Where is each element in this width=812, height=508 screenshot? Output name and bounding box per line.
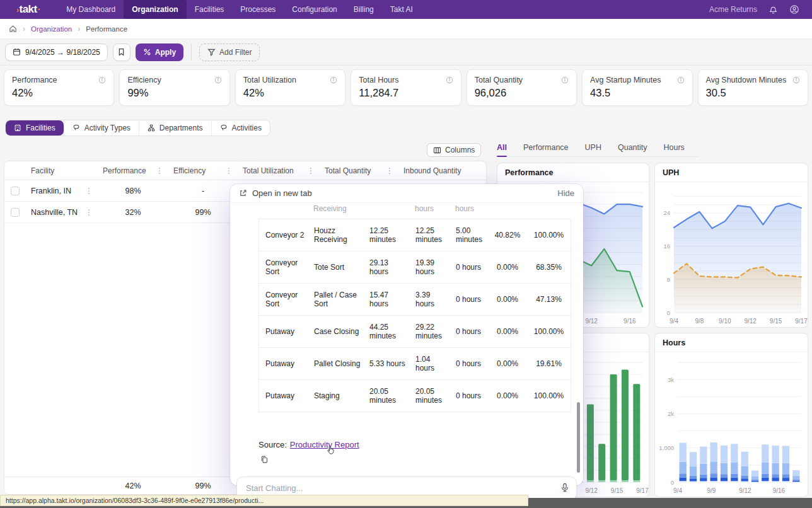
takt-logo[interactable]: ›takt· xyxy=(16,3,40,16)
bell-icon[interactable] xyxy=(768,5,778,14)
hide-button[interactable]: Hide xyxy=(557,188,574,198)
svg-text:9/4: 9/4 xyxy=(673,487,682,494)
nav-item-facilities[interactable]: Facilities xyxy=(187,0,233,19)
building-icon xyxy=(14,124,21,132)
row-checkbox[interactable] xyxy=(11,187,20,195)
kpi-value: 43.5 xyxy=(590,87,684,99)
tab-label: Departments xyxy=(160,124,203,132)
facility-name[interactable]: Nashville, TN xyxy=(31,208,78,217)
cell-activity-group: Putaway xyxy=(259,388,314,404)
kpi-label: Avg Shutdown Minutes xyxy=(706,76,787,84)
copy-icon[interactable] xyxy=(260,455,269,464)
column-menu-icon[interactable]: ⋮ xyxy=(386,167,393,175)
info-icon[interactable] xyxy=(561,76,569,84)
row-menu-icon[interactable]: ⋮ xyxy=(85,209,93,216)
info-icon[interactable] xyxy=(446,76,453,84)
apply-button[interactable]: Apply xyxy=(136,43,183,61)
cell-duration-1: 15.47 hours xyxy=(369,287,415,312)
col-header-total-utilization[interactable]: Total Utilization xyxy=(243,166,294,175)
logo-left-mark: › xyxy=(16,6,19,14)
nav-item-organization[interactable]: Organization xyxy=(124,0,186,19)
nav-item-my-dashboard[interactable]: My Dashboard xyxy=(58,0,124,19)
microphone-icon[interactable] xyxy=(560,482,570,494)
columns-button[interactable]: Columns xyxy=(427,143,481,157)
divider xyxy=(191,44,192,61)
cell-activity: Houzz Receiving xyxy=(314,222,369,248)
svg-text:24: 24 xyxy=(663,209,670,216)
cell-duration-2: 1.04 hours xyxy=(415,351,456,376)
cell-percent-2: 68.35% xyxy=(532,259,572,275)
productivity-report-link[interactable]: Productivity Report xyxy=(290,440,359,449)
add-filter-label: Add Filter xyxy=(219,48,252,57)
cursor-pointer xyxy=(326,445,335,456)
uph-chart: 0816249/49/89/109/129/159/17 xyxy=(655,182,808,328)
chart-tab-uph[interactable]: UPH xyxy=(585,143,601,152)
kpi-value: 42% xyxy=(12,87,106,99)
clipped-cell: hours xyxy=(455,204,489,213)
svg-text:9/10: 9/10 xyxy=(719,318,731,325)
info-icon[interactable] xyxy=(330,76,337,84)
info-icon[interactable] xyxy=(98,76,106,84)
table-header-row: Facility Performance⋮ Efficiency⋮ Total … xyxy=(4,161,486,180)
popup-header: Open in new tab Hide xyxy=(230,184,583,203)
popup-scrollbar[interactable] xyxy=(577,402,580,473)
lasso-icon xyxy=(220,124,228,132)
tab-facilities[interactable]: Facilities xyxy=(6,120,64,136)
home-icon[interactable] xyxy=(9,25,17,33)
cell-percent-2: 47.13% xyxy=(532,291,572,308)
svg-text:9/15: 9/15 xyxy=(611,487,624,494)
svg-text:3k: 3k xyxy=(668,376,674,383)
open-in-new-tab-link[interactable]: Open in new tab xyxy=(252,188,312,198)
popup-table-row: Putaway Staging 20.05 minutes 20.05 minu… xyxy=(258,379,571,412)
column-menu-icon[interactable]: ⋮ xyxy=(307,167,315,175)
tab-departments[interactable]: Departments xyxy=(139,120,211,136)
kpi-value: 11,284.7 xyxy=(359,87,453,99)
nav-item-configuration[interactable]: Configuration xyxy=(284,0,345,19)
summary-performance: 42% xyxy=(98,482,168,490)
columns-icon xyxy=(433,146,441,154)
info-icon[interactable] xyxy=(677,76,685,84)
chart-tab-quantity[interactable]: Quantity xyxy=(618,143,647,152)
account-icon[interactable] xyxy=(789,4,799,14)
col-header-performance[interactable]: Performance xyxy=(103,166,146,175)
date-range-picker[interactable]: 9/4/2025 → 9/18/2025 xyxy=(5,43,108,61)
col-header-inbound-quantity[interactable]: Inbound Quantity xyxy=(403,166,461,175)
cell-activity-group: Putaway xyxy=(259,323,314,340)
cell-percent-1: 40.82% xyxy=(489,227,532,243)
popup-table: Receiving hours hours Conveyor 2 Houzz R… xyxy=(258,203,571,412)
row-menu-icon[interactable]: ⋮ xyxy=(85,187,93,195)
cell-duration-3: 0 hours xyxy=(456,291,489,308)
info-icon[interactable] xyxy=(792,76,800,84)
cell-percent-2: 100.00% xyxy=(532,323,572,340)
nav-item-billing[interactable]: Billing xyxy=(345,0,382,19)
tab-activities[interactable]: Activities xyxy=(211,120,270,136)
chart-tab-all[interactable]: All xyxy=(497,143,507,152)
kpi-label: Total Utilization xyxy=(243,76,296,84)
facility-name[interactable]: Franklin, IN xyxy=(31,187,71,195)
nav-item-takt-ai[interactable]: Takt AI xyxy=(382,0,421,19)
tab-activity-types[interactable]: Activity Types xyxy=(64,120,139,136)
cell-percent-2: 100.00% xyxy=(532,227,572,243)
col-header-efficiency[interactable]: Efficiency xyxy=(173,166,206,175)
svg-text:2k: 2k xyxy=(668,410,674,417)
add-filter-button[interactable]: Add Filter xyxy=(199,43,260,61)
calendar-icon xyxy=(13,48,21,56)
hours-chart: 01,0002k3k9/49/99/129/16 xyxy=(655,352,808,497)
tab-label: Facilities xyxy=(26,124,55,132)
chart-tab-hours[interactable]: Hours xyxy=(664,143,685,152)
column-menu-icon[interactable]: ⋮ xyxy=(225,167,233,175)
clipped-cell: Receiving xyxy=(313,204,369,213)
cell-duration-1: 29.13 hours xyxy=(369,255,415,280)
bookmark-button[interactable] xyxy=(113,43,130,61)
info-icon[interactable] xyxy=(214,76,222,84)
nav-item-processes[interactable]: Processes xyxy=(232,0,284,19)
col-header-facility[interactable]: Facility xyxy=(31,166,54,175)
row-checkbox[interactable] xyxy=(11,208,20,217)
chart-tab-performance[interactable]: Performance xyxy=(523,143,569,152)
col-header-total-quantity[interactable]: Total Quantity xyxy=(325,166,371,175)
hours-chart-card: Hours 01,0002k3k9/49/99/129/16 xyxy=(654,333,808,497)
breadcrumb-organization[interactable]: Organization xyxy=(31,25,72,33)
column-menu-icon[interactable]: ⋮ xyxy=(156,167,163,175)
cell-percent-2: 100.00% xyxy=(532,388,572,404)
chart-title: Performance xyxy=(497,163,649,182)
